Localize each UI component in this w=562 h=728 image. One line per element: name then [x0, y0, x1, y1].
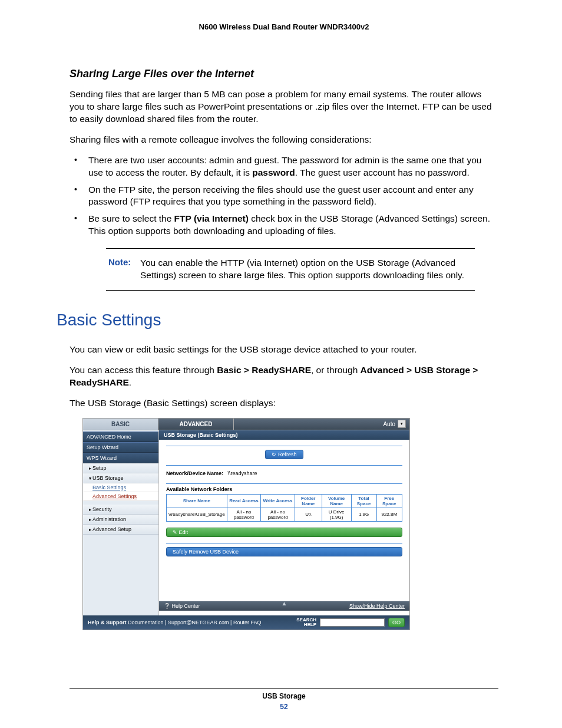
text: On the FTP site, the person receiving th…	[88, 185, 474, 207]
sidebar-item-security[interactable]: ▸Security	[83, 505, 158, 515]
bullet-icon: •	[70, 184, 88, 209]
table-row[interactable]: \\readyshare\USB_Storage All - no passwo…	[167, 508, 402, 521]
go-button[interactable]: GO	[388, 618, 405, 627]
col-share-name: Share Name	[167, 494, 227, 508]
refresh-button[interactable]: ↻ Refresh	[265, 450, 303, 459]
text: , or through	[311, 365, 361, 375]
sidebar-item-administration[interactable]: ▸Administration	[83, 515, 158, 525]
col-volume-name: Volume Name	[322, 494, 351, 508]
search-help-label: SEARCHHELP	[296, 618, 316, 627]
sidebar-item-label: Setup	[92, 465, 107, 471]
list-item: • On the FTP site, the person receiving …	[70, 184, 498, 209]
list-item-text: On the FTP site, the person receiving th…	[88, 184, 498, 209]
page-footer: USB Storage 52	[70, 688, 498, 711]
list-item: • Be sure to select the FTP (via Interne…	[70, 213, 498, 238]
paragraph: You can access this feature through Basi…	[70, 364, 498, 389]
tab-advanced[interactable]: ADVANCED	[158, 419, 234, 430]
bullet-icon: •	[70, 154, 88, 179]
device-name-row: Network/Device Name: \\readyshare	[166, 470, 402, 476]
tab-bar: BASIC ADVANCED Auto ▾	[83, 419, 409, 430]
help-center-label[interactable]: ❔ Help Center	[164, 603, 200, 609]
list-item-text: There are two user accounts: admin and g…	[88, 154, 498, 179]
table-title: Available Network Folders	[166, 486, 402, 492]
list-item: • There are two user accounts: admin and…	[70, 154, 498, 179]
show-hide-help-link[interactable]: Show/Hide Help Center	[349, 603, 405, 609]
sidebar-subitem-basic-settings[interactable]: Basic Settings	[83, 483, 158, 492]
col-total-space: Total Space	[351, 494, 376, 508]
subsection-title-sharing: Sharing Large Files over the Internet	[70, 68, 498, 80]
edit-label: Edit	[179, 529, 189, 535]
expand-up-icon[interactable]: ▲	[282, 600, 287, 607]
paragraph: Sharing files with a remote colleague in…	[70, 134, 498, 146]
safely-remove-button[interactable]: Safely Remove USB Device	[166, 547, 402, 556]
paragraph: You can view or edit basic settings for …	[70, 344, 498, 356]
triangle-down-icon: ▾	[89, 476, 91, 481]
footer-links[interactable]: Help & Support Documentation | Support@N…	[88, 620, 261, 625]
col-folder-name: Folder Name	[295, 494, 322, 508]
refresh-label: Refresh	[278, 452, 297, 457]
tab-basic[interactable]: BASIC	[83, 419, 158, 430]
language-select[interactable]: Auto ▾	[379, 419, 409, 430]
sidebar-item-label: Security	[92, 506, 112, 512]
note-text: You can enable the HTTP (via Internet) o…	[140, 257, 469, 282]
sidebar-item-setup[interactable]: ▸Setup	[83, 463, 158, 473]
text: You can access this feature through	[70, 365, 217, 375]
bullet-icon: •	[70, 213, 88, 238]
sidebar-item-advanced-home[interactable]: ADVANCED Home	[83, 431, 158, 442]
cell-read-access: All - no password	[227, 508, 261, 521]
embedded-screenshot: BASIC ADVANCED Auto ▾ ADVANCED Home Setu…	[82, 418, 410, 630]
search-input[interactable]	[320, 618, 385, 627]
sidebar-item-label: Advanced Setup	[92, 526, 131, 532]
bold-text: FTP (via Internet)	[174, 213, 249, 223]
cell-folder-name: U:\	[295, 508, 322, 521]
sidebar: ADVANCED Home Setup Wizard WPS Wizard ▸S…	[83, 430, 158, 615]
cell-share-name: \\readyshare\USB_Storage	[167, 508, 227, 521]
footer-page-number: 52	[70, 703, 498, 711]
section-title-basic: Basic Settings	[57, 311, 498, 330]
help-bar: ❔ Help Center ▲ Show/Hide Help Center	[159, 601, 409, 611]
bullet-list: • There are two user accounts: admin and…	[70, 154, 498, 238]
folders-table: Share Name Read Access Write Access Fold…	[166, 494, 402, 522]
page-header: N600 Wireless Dual Band Router WNDR3400v…	[70, 22, 498, 31]
footer-section-name: USB Storage	[70, 692, 498, 700]
table-header-row: Share Name Read Access Write Access Fold…	[167, 494, 402, 508]
col-read-access: Read Access	[227, 494, 261, 508]
cell-total-space: 1.9G	[351, 508, 376, 521]
bold-text: password	[252, 167, 295, 177]
paragraph: Sending files that are larger than 5 MB …	[70, 88, 498, 126]
sidebar-item-wps-wizard[interactable]: WPS Wizard	[83, 453, 158, 463]
cell-free-space: 922.8M	[376, 508, 402, 521]
sidebar-item-label: USB Storage	[92, 475, 124, 481]
triangle-right-icon: ▸	[89, 517, 91, 522]
chevron-down-icon: ▾	[398, 420, 406, 428]
list-item-text: Be sure to select the FTP (via Internet)…	[88, 213, 498, 238]
note-label: Note:	[108, 257, 140, 282]
device-name-value: \\readyshare	[228, 470, 257, 476]
col-free-space: Free Space	[376, 494, 402, 508]
footer-bar: Help & Support Documentation | Support@N…	[83, 615, 409, 630]
text: . The guest user account has no password…	[295, 167, 470, 177]
sidebar-item-advanced-setup[interactable]: ▸Advanced Setup	[83, 525, 158, 535]
triangle-right-icon: ▸	[89, 507, 91, 512]
sidebar-item-label: Administration	[92, 516, 126, 522]
triangle-right-icon: ▸	[89, 466, 91, 471]
paragraph: The USB Storage (Basic Settings) screen …	[70, 397, 498, 410]
cell-write-access: All - no password	[261, 508, 295, 521]
bold-text: Basic > ReadySHARE	[217, 365, 311, 375]
sidebar-item-setup-wizard[interactable]: Setup Wizard	[83, 442, 158, 453]
col-write-access: Write Access	[261, 494, 295, 508]
device-name-label: Network/Device Name:	[166, 470, 223, 476]
cell-volume-name: U Drive (1.9G)	[322, 508, 351, 521]
text: Be sure to select the	[88, 213, 174, 223]
text: .	[129, 377, 131, 387]
panel-title: USB Storage (Basic Settings)	[159, 430, 409, 440]
edit-button[interactable]: ✎ Edit	[166, 528, 402, 537]
note-box: Note: You can enable the HTTP (via Inter…	[106, 248, 475, 291]
triangle-right-icon: ▸	[89, 527, 91, 532]
main-panel: USB Storage (Basic Settings) ↻ Refresh N…	[158, 430, 409, 615]
sidebar-item-usb-storage[interactable]: ▾USB Storage	[83, 473, 158, 483]
sidebar-subitem-advanced-settings[interactable]: Advanced Settings	[83, 492, 158, 501]
language-label: Auto	[383, 421, 395, 427]
tab-spacer	[234, 419, 379, 430]
